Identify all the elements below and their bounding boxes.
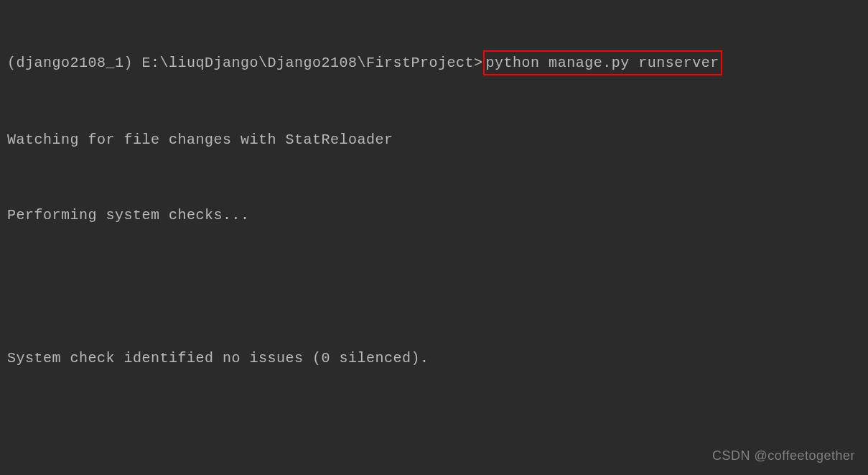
watermark: CSDN @coffeetogether: [712, 446, 855, 466]
terminal-output: (django2108_1) E:\liuqDjango\Django2108\…: [7, 6, 861, 475]
output-line: Performing system checks...: [7, 204, 861, 226]
output-line: Watching for file changes with StatReloa…: [7, 129, 861, 151]
prompt-env: (django2108_1): [7, 55, 142, 71]
command-highlight: python manage.py runserver: [483, 50, 722, 75]
prompt-path: E:\liuqDjango\Django2108\FirstProject>: [142, 55, 483, 71]
command-text: python manage.py runserver: [486, 55, 719, 71]
output-line: System check identified no issues (0 sil…: [7, 347, 861, 369]
prompt-line: (django2108_1) E:\liuqDjango\Django2108\…: [7, 50, 861, 75]
